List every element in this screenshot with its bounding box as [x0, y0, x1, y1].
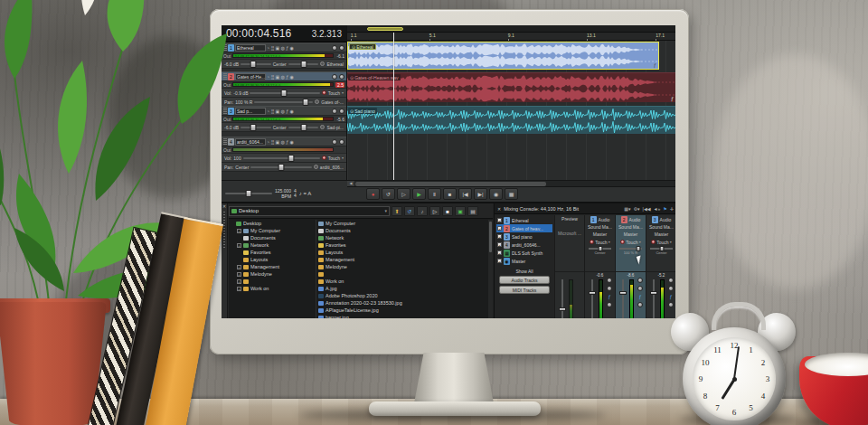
bus-assignment[interactable]: Sad-pi...	[326, 125, 344, 130]
metronome-note[interactable]: ♪ = A	[299, 191, 312, 196]
file-item[interactable]: Melodyne	[318, 263, 488, 270]
timeline-overview-bar[interactable]	[347, 25, 675, 33]
automation-mode[interactable]: Touch	[328, 90, 340, 96]
transport-button[interactable]: ▶	[412, 188, 426, 200]
channel-pan-slider[interactable]	[619, 248, 642, 250]
mute-solo-knobs[interactable]	[332, 139, 344, 145]
checkbox[interactable]: ✓	[497, 226, 502, 231]
transport-button[interactable]: ▶|	[474, 188, 487, 200]
file-item[interactable]: Layouts	[318, 249, 488, 256]
mixer-toolbar-icon[interactable]: ✛	[670, 206, 674, 212]
mixer-toolbar-icon[interactable]: ◄»	[654, 206, 661, 212]
fade-icon[interactable]: ƒ	[654, 62, 656, 68]
mixer-toolbar-icon[interactable]: |◀◀	[643, 206, 651, 212]
automation-icon[interactable]	[590, 240, 594, 244]
solo-knob[interactable]	[339, 45, 344, 51]
mixer-track-row[interactable]: ✓ ◉ Master	[496, 257, 552, 265]
chevron-down-icon[interactable]: ▾	[342, 90, 344, 95]
file-item[interactable]: Network	[318, 234, 488, 241]
transport-button[interactable]: ↺	[382, 188, 395, 200]
fade-icon[interactable]: ƒ	[671, 96, 674, 101]
channel-pan-slider[interactable]	[650, 248, 673, 250]
checkbox[interactable]: ✓	[497, 250, 502, 255]
explorer-toolbar-icon[interactable]: ■	[442, 206, 453, 216]
transport-button[interactable]: |◀	[458, 188, 472, 200]
audio-clip-sad-piano[interactable]: ⊙Sad piano	[347, 106, 675, 134]
channel-fader[interactable]	[591, 279, 593, 318]
file-item[interactable]: banner.jpg	[318, 314, 488, 318]
mixer-track-row[interactable]: ✓ 4 arditi_60646...	[496, 241, 552, 249]
mute-solo-knobs[interactable]	[332, 74, 344, 80]
pan-value[interactable]: Center	[273, 61, 287, 67]
knob[interactable]	[637, 286, 643, 291]
file-item[interactable]	[318, 270, 488, 278]
channel-strip[interactable]: 3Audio Sound Ma... Master Touch▾ Center …	[646, 215, 675, 318]
channel-strip[interactable]: 1Audio Sound Ma... Master Touch▾ Center …	[584, 215, 615, 318]
bus-icon[interactable]	[320, 61, 325, 66]
mixer-filter-button[interactable]: Audio Tracks	[499, 276, 550, 284]
timeline[interactable]: 1.15.19.113.117.1 ⊙Ethereal ƒ ⊙Gates-of-…	[346, 25, 675, 180]
mixer-track-row[interactable]: ✓ 1 Ethereal	[496, 216, 552, 224]
overview-handle[interactable]	[367, 27, 403, 31]
track-icons[interactable]: ◔ ⣿ ▣ ◍ ƒ ◉	[267, 73, 294, 80]
mixer-toolbar-icon[interactable]: ⚑	[663, 206, 666, 212]
track-icons[interactable]: ◔ ⣿ ▣ ◍ ƒ ◉	[267, 138, 294, 146]
fx-icon[interactable]: ƒ	[639, 294, 642, 299]
knob[interactable]	[607, 302, 612, 307]
knob[interactable]	[637, 302, 643, 307]
checkbox[interactable]: ✓	[497, 259, 502, 263]
automation-icon[interactable]	[322, 90, 326, 95]
mute-solo-knobs[interactable]	[332, 109, 344, 114]
file-item[interactable]: Work on	[318, 278, 488, 285]
channel-fader[interactable]	[653, 279, 655, 318]
file-item[interactable]: APlagueTaleLicense.jpg	[318, 307, 488, 314]
pan-value[interactable]: Center	[273, 125, 287, 130]
chevron-down-icon[interactable]: ▾	[670, 240, 672, 244]
solo-knob[interactable]	[339, 139, 344, 145]
knob[interactable]	[668, 278, 674, 283]
transport-button[interactable]: Ⅱ	[428, 188, 441, 200]
bus-icon[interactable]	[315, 99, 319, 104]
file-item[interactable]: Documents	[318, 227, 488, 234]
automation-mode[interactable]: Touch	[626, 240, 637, 245]
automation-mode[interactable]: Touch	[328, 156, 340, 161]
volume-slider[interactable]	[250, 92, 319, 94]
playhead-cursor[interactable]	[393, 33, 394, 180]
pan-slider[interactable]	[288, 63, 319, 65]
preview-channel-strip[interactable]: Preview Microsoft ...	[554, 215, 584, 318]
automation-mode[interactable]: Touch	[595, 240, 607, 245]
channel-output-device[interactable]: Sound Ma...	[646, 223, 675, 231]
preview-fader[interactable]	[561, 279, 563, 318]
mute-solo-knobs[interactable]	[332, 45, 344, 51]
track-icons[interactable]: ◔ ⣿ ▣ ◍ ƒ ◉	[267, 108, 294, 115]
bus-assignment[interactable]: arditi_606...	[320, 165, 344, 170]
channel-pan-slider[interactable]	[589, 248, 611, 250]
scroll-left-arrow[interactable]: ◀	[347, 181, 354, 186]
explorer-toolbar-icon[interactable]: ↺	[404, 206, 415, 216]
channel-output-device[interactable]: Sound Ma...	[585, 223, 615, 231]
channel-strip[interactable]: 2Audio Sound Ma... Master Touch▾ 100 % R…	[615, 215, 646, 318]
transport-button[interactable]: ■	[443, 188, 457, 200]
track-icons[interactable]: ◔ ⣿ ▣ ◍ ƒ ◉	[267, 44, 294, 52]
bus-assignment[interactable]: Gates of-...	[321, 99, 344, 105]
transport-button[interactable]: ◉	[489, 188, 503, 200]
mixer-toolbar-icon[interactable]: ⚙▾	[634, 206, 640, 212]
automation-icon[interactable]	[322, 156, 326, 160]
channel-output-device[interactable]: Sound Ma...	[616, 223, 646, 231]
mixer-track-row[interactable]: ✓ 3 Sad piano	[496, 232, 552, 241]
close-icon[interactable]: ✕	[497, 206, 501, 212]
mute-knob[interactable]	[332, 74, 337, 80]
automation-mode[interactable]: Touch	[656, 240, 668, 245]
hscroll-thumb[interactable]	[355, 182, 546, 186]
bus-icon[interactable]	[314, 165, 318, 169]
mute-knob[interactable]	[332, 45, 337, 51]
channel-bus[interactable]: Master	[616, 231, 646, 238]
channel-fader[interactable]	[622, 279, 624, 318]
explorer-toolbar-icon[interactable]: ▤	[467, 206, 478, 216]
checkbox[interactable]: ✓	[497, 218, 502, 222]
file-item[interactable]: A.jpg	[318, 285, 488, 292]
file-item[interactable]: Management	[318, 256, 488, 263]
channel-bus[interactable]: Master	[585, 231, 615, 238]
file-item[interactable]: Favorites	[318, 241, 488, 249]
file-item[interactable]: My Computer	[318, 220, 488, 227]
